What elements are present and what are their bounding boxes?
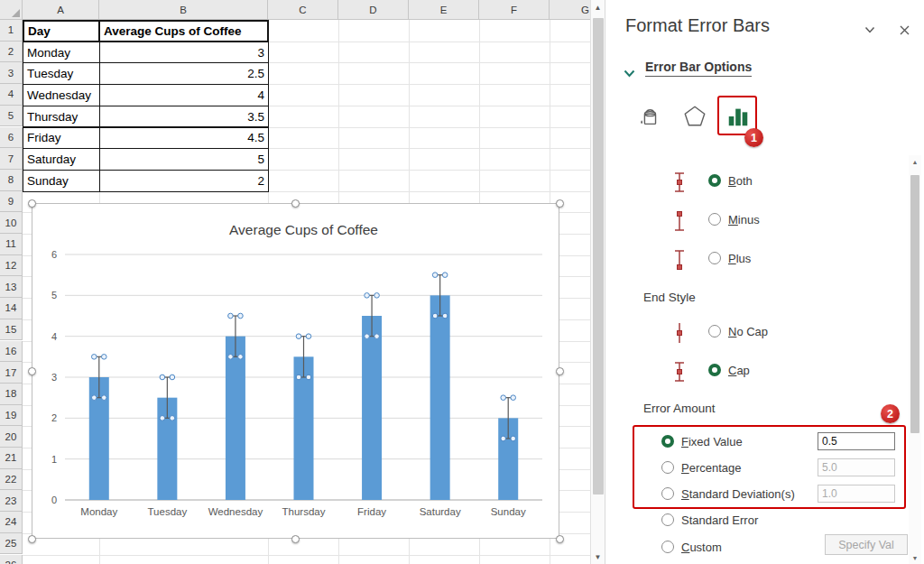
cell-B1[interactable]: Average Cups of Coffee	[98, 20, 269, 42]
row-header-17[interactable]: 17	[0, 362, 23, 384]
cell-A7[interactable]: Saturday	[23, 148, 100, 171]
chart-resize-handle[interactable]	[556, 199, 564, 208]
row-header-21[interactable]: 21	[0, 448, 23, 469]
row-header-3[interactable]: 3	[0, 62, 23, 84]
percentage-input[interactable]	[818, 458, 895, 476]
bar-saturday[interactable]	[430, 295, 450, 500]
end-style-option-no-cap[interactable]: No Cap	[605, 320, 924, 344]
both-radio[interactable]	[708, 174, 721, 187]
fixed-value-radio[interactable]	[661, 435, 674, 448]
tab-effects[interactable]	[679, 101, 710, 132]
collapse-chevron-icon[interactable]	[624, 65, 635, 81]
chart-object[interactable]: 0123456MondayTuesdayWednesdayThursdayFri…	[32, 203, 559, 539]
row-header-24[interactable]: 24	[0, 512, 23, 533]
coffee-bar-chart[interactable]: 0123456MondayTuesdayWednesdayThursdayFri…	[32, 204, 559, 538]
row-header-22[interactable]: 22	[0, 469, 23, 491]
row-header-2[interactable]: 2	[0, 42, 23, 63]
cell-A8[interactable]: Sunday	[23, 170, 100, 192]
row-header-20[interactable]: 20	[0, 426, 23, 448]
row-header-13[interactable]: 13	[0, 276, 23, 298]
cell-B2[interactable]: 3	[99, 42, 269, 64]
chart-resize-handle[interactable]	[556, 367, 564, 375]
standard-deviation-radio[interactable]	[661, 487, 674, 500]
percentage-radio[interactable]	[661, 461, 674, 474]
minus-radio[interactable]	[708, 213, 721, 226]
sheet-scroll-thumb[interactable]	[593, 18, 604, 495]
column-header-G[interactable]: G	[550, 0, 590, 20]
cell-B5[interactable]: 3.5	[99, 106, 269, 128]
cell-A3[interactable]: Tuesday	[23, 62, 100, 85]
column-header-B[interactable]: B	[99, 0, 268, 20]
cell-B6[interactable]: 4.5	[99, 127, 269, 150]
chart-resize-handle[interactable]	[291, 535, 300, 543]
custom-radio[interactable]	[661, 541, 674, 553]
cell-A5[interactable]: Thursday	[23, 106, 100, 128]
row-header-25[interactable]: 25	[0, 533, 23, 555]
row-header-7[interactable]: 7	[0, 148, 23, 170]
specify-value-button[interactable]: Specify Val	[825, 534, 908, 555]
error-amount-option-standard-deviation[interactable]: Standard Deviation(s)	[605, 483, 924, 506]
row-header-18[interactable]: 18	[0, 384, 23, 405]
cell-B7[interactable]: 5	[99, 148, 269, 171]
scroll-up-icon[interactable]: ▲	[591, 0, 605, 14]
fixed-value-input[interactable]	[818, 432, 895, 450]
direction-option-both[interactable]: Both	[605, 170, 924, 193]
chart-resize-handle[interactable]	[28, 367, 36, 375]
column-header-A[interactable]: A	[23, 0, 99, 20]
cell-A6[interactable]: Friday	[23, 127, 100, 150]
cap-radio[interactable]	[708, 364, 721, 376]
end-style-option-cap[interactable]: Cap	[605, 359, 924, 383]
sheet-vertical-scrollbar[interactable]: ▲ ▼	[590, 0, 605, 564]
bar-wednesday[interactable]	[226, 337, 245, 500]
tab-fill-line[interactable]	[634, 101, 665, 132]
chart-resize-handle[interactable]	[556, 535, 564, 543]
direction-option-minus[interactable]: Minus	[605, 208, 924, 232]
row-header-6[interactable]: 6	[0, 127, 23, 149]
row-header-19[interactable]: 19	[0, 405, 23, 427]
row-header-11[interactable]: 11	[0, 234, 23, 255]
row-header-14[interactable]: 14	[0, 298, 23, 319]
pane-vertical-scrollbar[interactable]: ▲ ▼	[909, 155, 921, 564]
cell-B8[interactable]: 2	[99, 170, 269, 192]
cell-B3[interactable]: 2.5	[99, 62, 269, 85]
pane-scroll-up-icon[interactable]: ▲	[909, 155, 921, 168]
row-header-9[interactable]: 9	[0, 191, 23, 213]
error-amount-option-custom[interactable]: Custom Specify Val	[605, 536, 924, 559]
row-header-12[interactable]: 12	[0, 255, 23, 277]
cell-B4[interactable]: 4	[99, 84, 269, 106]
error-amount-option-fixed-value[interactable]: Fixed Value	[605, 430, 924, 454]
pane-options-chevron-icon[interactable]	[862, 22, 878, 38]
row-header-5[interactable]: 5	[0, 106, 23, 127]
row-header-23[interactable]: 23	[0, 490, 23, 512]
direction-option-plus[interactable]: Plus	[605, 247, 924, 271]
chart-resize-handle[interactable]	[291, 199, 300, 208]
error-amount-option-percentage[interactable]: Percentage	[605, 457, 924, 480]
chart-resize-handle[interactable]	[28, 199, 36, 208]
error-amount-option-standard-error[interactable]: Standard Error	[605, 509, 924, 532]
row-header-10[interactable]: 10	[0, 212, 23, 234]
column-header-F[interactable]: F	[479, 0, 550, 20]
standard-deviation-input[interactable]	[818, 485, 895, 503]
standard-error-radio[interactable]	[661, 513, 674, 526]
select-all-button[interactable]	[0, 0, 23, 20]
cell-A4[interactable]: Wednesday	[23, 84, 100, 106]
column-header-D[interactable]: D	[338, 0, 409, 20]
cell-A1[interactable]: Day	[23, 20, 100, 42]
scroll-down-icon[interactable]: ▼	[591, 550, 605, 564]
column-header-E[interactable]: E	[409, 0, 479, 20]
no-cap-radio[interactable]	[708, 325, 721, 337]
cell-A2[interactable]: Monday	[23, 42, 100, 64]
pane-scroll-down-icon[interactable]: ▼	[909, 551, 921, 564]
pane-close-icon[interactable]	[896, 22, 912, 38]
error-bar-options-label[interactable]: Error Bar Options	[645, 60, 752, 77]
pane-scroll-thumb[interactable]	[910, 175, 919, 433]
bar-friday[interactable]	[362, 316, 382, 500]
plus-radio[interactable]	[708, 252, 721, 264]
row-header-15[interactable]: 15	[0, 319, 23, 341]
row-header-16[interactable]: 16	[0, 341, 23, 363]
column-header-C[interactable]: C	[268, 0, 338, 20]
row-header-8[interactable]: 8	[0, 170, 23, 191]
row-header-26[interactable]: 26	[0, 555, 23, 564]
row-header-4[interactable]: 4	[0, 84, 23, 106]
row-header-1[interactable]: 1	[0, 20, 23, 42]
